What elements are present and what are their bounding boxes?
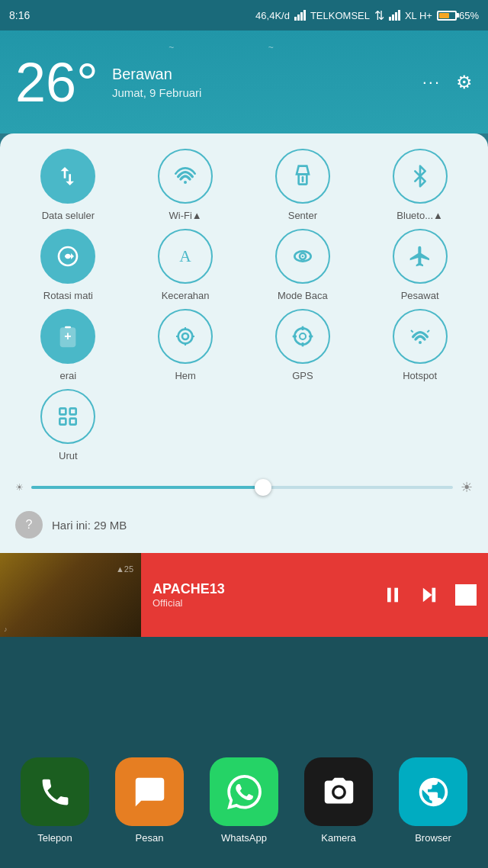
settings-button[interactable]: ⚙ xyxy=(456,72,473,93)
music-controls: APACHE13 Official xyxy=(141,553,488,637)
status-bar: 8:16 46,4K/d TELKOMSEL ⇅ XL H+ 65% xyxy=(0,0,488,31)
svg-text:+: + xyxy=(65,330,72,342)
svg-point-11 xyxy=(178,330,193,344)
toggle-circle-hotspot xyxy=(393,309,448,364)
toggle-wifi[interactable]: Wi-Fi▲ xyxy=(129,149,242,221)
weather-panel: ~ ~ 26° Berawan Jumat, 9 Februari ··· ⚙ xyxy=(0,31,488,133)
status-left: 8:16 xyxy=(9,9,30,21)
svg-rect-24 xyxy=(60,419,66,425)
toggle-hem[interactable]: Hem xyxy=(129,309,242,381)
signal-bars-2 xyxy=(389,10,400,21)
svg-rect-25 xyxy=(70,419,76,425)
music-stop-button[interactable] xyxy=(455,584,477,606)
svg-marker-28 xyxy=(423,588,432,603)
toggle-data-seluler[interactable]: Data seluler xyxy=(11,149,125,221)
toggle-circle-bluetooth xyxy=(393,149,448,204)
toggle-circle-pesawat xyxy=(393,229,448,284)
app-label-kamera: Kamera xyxy=(321,832,356,844)
app-icon-pesan xyxy=(115,757,184,826)
toggle-label-hem: Hem xyxy=(175,370,195,381)
toggle-kecerahan[interactable]: A Kecerahan xyxy=(129,229,242,301)
weather-date: Jumat, 9 Februari xyxy=(112,86,202,99)
toggle-senter[interactable]: Senter xyxy=(246,149,360,221)
toggle-label-wifi: Wi-Fi▲ xyxy=(169,210,202,221)
svg-rect-29 xyxy=(432,588,436,603)
toggle-hemat[interactable]: + erai xyxy=(11,309,125,381)
toggle-bluetooth[interactable]: Blueto...▲ xyxy=(363,149,477,221)
weather-info: Berawan Jumat, 9 Februari xyxy=(112,66,202,99)
battery-icon xyxy=(437,11,457,21)
toggle-label-senter: Senter xyxy=(288,210,317,221)
svg-point-19 xyxy=(419,341,422,344)
svg-line-20 xyxy=(427,330,429,333)
toggle-mode-baca[interactable]: Mode Baca xyxy=(246,229,360,301)
music-next-button[interactable] xyxy=(419,584,440,606)
toggle-circle-gps xyxy=(275,309,330,364)
svg-rect-22 xyxy=(60,408,66,414)
music-pause-button[interactable] xyxy=(382,584,403,606)
brightness-high-icon: ☀ xyxy=(461,479,473,496)
toggle-pesawat[interactable]: Pesawat xyxy=(363,229,477,301)
app-kamera[interactable]: Kamera xyxy=(304,757,373,844)
svg-rect-9 xyxy=(65,326,71,329)
weather-description: Berawan xyxy=(112,66,202,83)
battery-fill xyxy=(439,13,449,18)
toggle-circle-mode-baca xyxy=(275,229,330,284)
svg-rect-27 xyxy=(394,588,398,603)
carrier2-name: XL H+ xyxy=(405,10,432,21)
app-telepon[interactable]: Telepon xyxy=(21,757,89,844)
app-icon-browser xyxy=(399,757,467,826)
carrier-name: TELKOMSEL xyxy=(310,10,370,21)
signal-bars-1 xyxy=(294,10,306,21)
battery-percent: 65% xyxy=(459,10,479,21)
toggle-label-urut: Urut xyxy=(59,450,78,461)
sync-icon: ⇅ xyxy=(374,8,384,23)
music-title: APACHE13 xyxy=(152,581,367,597)
toggle-circle-wifi xyxy=(158,149,213,204)
app-whatsapp[interactable]: WhatsApp xyxy=(210,757,278,844)
app-browser[interactable]: Browser xyxy=(399,757,467,844)
brightness-low-icon: ☀ xyxy=(15,482,24,493)
toggle-label-bluetooth: Blueto...▲ xyxy=(396,210,443,221)
toggle-urut[interactable]: Urut xyxy=(11,389,125,461)
toggle-label-hemat: erai xyxy=(60,370,77,381)
svg-point-13 xyxy=(294,328,310,344)
quick-settings-panel: Data seluler Wi-Fi▲ xyxy=(0,133,488,553)
svg-rect-26 xyxy=(387,588,391,603)
more-options-button[interactable]: ··· xyxy=(422,72,441,92)
brightness-slider-track[interactable] xyxy=(31,486,453,489)
music-subtitle: Official xyxy=(152,597,367,609)
time-display: 8:16 xyxy=(9,9,30,21)
brightness-slider-thumb xyxy=(255,479,271,496)
toggle-rotasi[interactable]: Rotasi mati xyxy=(11,229,125,301)
app-icon-whatsapp xyxy=(210,757,278,826)
music-thumb-image: ▲25 ♪ xyxy=(0,553,141,637)
toggle-label-rotasi: Rotasi mati xyxy=(43,290,93,301)
toggle-circle-data xyxy=(40,149,95,204)
toggle-label-data: Data seluler xyxy=(42,210,95,221)
svg-point-12 xyxy=(182,333,188,339)
svg-point-3 xyxy=(66,254,71,259)
toggle-label-mode-baca: Mode Baca xyxy=(278,290,328,301)
data-speed: 46,4K/d xyxy=(255,10,290,21)
brightness-slider-fill xyxy=(31,486,263,489)
app-label-browser: Browser xyxy=(415,832,451,844)
svg-point-7 xyxy=(302,256,304,258)
toggle-gps[interactable]: GPS xyxy=(246,309,360,381)
app-pesan[interactable]: Pesan xyxy=(115,757,184,844)
svg-point-14 xyxy=(300,333,306,339)
app-label-telepon: Telepon xyxy=(37,832,72,844)
toggle-circle-kecerahan: A xyxy=(158,229,213,284)
weather-birds: ~ ~ xyxy=(0,42,488,53)
app-icon-telepon xyxy=(21,757,89,826)
app-label-whatsapp: WhatsApp xyxy=(221,832,267,844)
toggle-circle-hemat: + xyxy=(40,309,95,364)
app-icon-kamera xyxy=(304,757,373,826)
data-usage-text: Hari ini: 29 MB xyxy=(52,519,127,532)
toggle-circle-rotasi xyxy=(40,229,95,284)
toggle-label-kecerahan: Kecerahan xyxy=(162,290,210,301)
weather-temperature: 26° xyxy=(15,55,98,110)
app-label-pesan: Pesan xyxy=(136,832,164,844)
toggle-hotspot[interactable]: Hotspot xyxy=(363,309,477,381)
data-usage-row: ? Hari ini: 29 MB xyxy=(11,502,477,548)
